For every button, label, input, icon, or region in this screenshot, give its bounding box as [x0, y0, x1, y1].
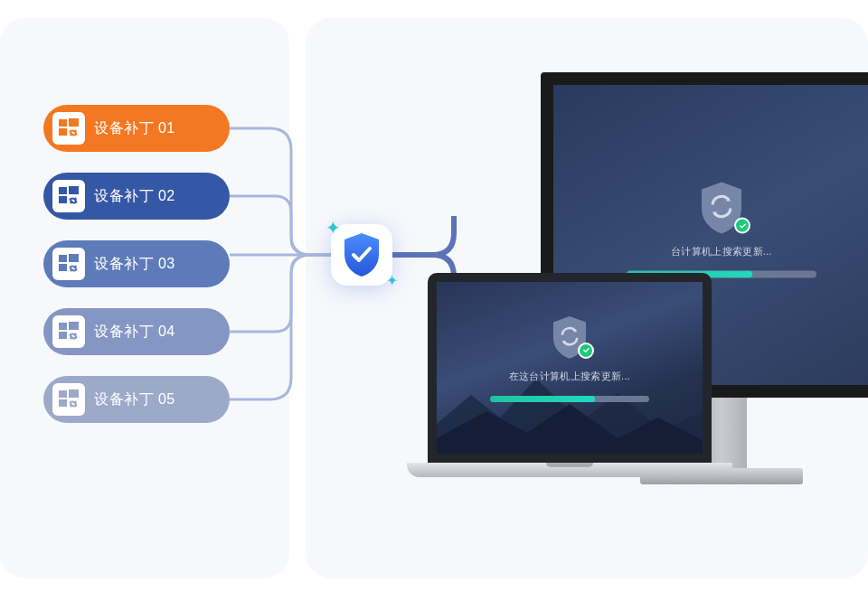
svg-rect-1	[69, 118, 79, 127]
sync-shield-icon	[696, 180, 747, 236]
patch-pill-03[interactable]: 设备补丁 03	[43, 240, 230, 287]
patch-pill-01[interactable]: 设备补丁 01	[43, 105, 230, 152]
laptop-base	[407, 463, 732, 477]
laptop: 在这台计算机上搜索更新...	[407, 273, 732, 477]
patch-label: 设备补丁 04	[94, 323, 175, 342]
svg-rect-5	[59, 196, 67, 203]
svg-rect-0	[59, 119, 67, 127]
shield-check-nexus: ✦ ✦	[329, 222, 394, 287]
patch-label: 设备补丁 01	[94, 119, 175, 138]
svg-rect-12	[59, 390, 67, 398]
check-badge-icon	[734, 218, 750, 234]
svg-rect-14	[59, 399, 67, 407]
check-badge-icon	[578, 343, 594, 359]
svg-rect-11	[59, 332, 67, 339]
windows-sync-icon	[52, 112, 85, 145]
patch-label: 设备补丁 02	[94, 187, 175, 206]
patch-label: 设备补丁 05	[94, 390, 175, 409]
windows-sync-icon	[52, 383, 85, 416]
windows-sync-icon	[52, 315, 85, 348]
svg-rect-3	[59, 187, 67, 194]
sparkle-icon: ✦	[386, 272, 398, 289]
svg-rect-6	[59, 255, 67, 262]
svg-rect-9	[59, 323, 67, 330]
svg-rect-8	[59, 264, 67, 271]
laptop-screen: 在这台计算机上搜索更新...	[428, 273, 712, 463]
patch-pill-04[interactable]: 设备补丁 04	[43, 308, 230, 355]
patch-label: 设备补丁 03	[94, 255, 175, 274]
svg-rect-10	[69, 322, 79, 330]
sync-shield-icon	[549, 314, 590, 361]
sparkle-icon: ✦	[326, 217, 341, 239]
laptop-progress-bar	[490, 396, 649, 402]
windows-sync-icon	[52, 248, 85, 280]
laptop-status-text: 在这台计算机上搜索更新...	[509, 370, 630, 383]
svg-rect-7	[69, 254, 79, 262]
svg-rect-13	[69, 389, 79, 398]
svg-rect-4	[69, 186, 79, 194]
patch-pill-02[interactable]: 设备补丁 02	[43, 173, 230, 220]
windows-sync-icon	[52, 180, 85, 212]
monitor-status-text: 台计算机上搜索更新...	[671, 245, 772, 258]
svg-rect-2	[59, 128, 67, 136]
patch-pill-05[interactable]: 设备补丁 05	[43, 376, 230, 423]
